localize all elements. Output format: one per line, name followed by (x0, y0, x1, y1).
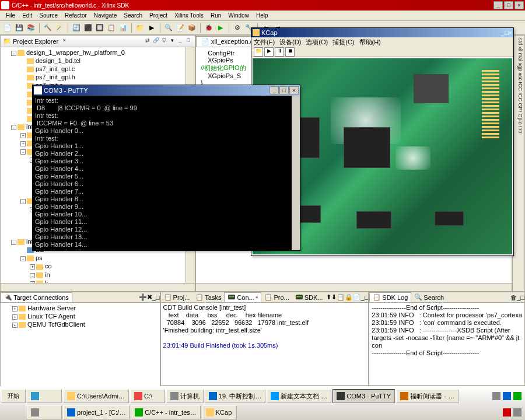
kcap-menu-item[interactable]: 设备(D) (279, 38, 301, 47)
kcap-close-button[interactable]: × (509, 29, 512, 36)
tb-btn-7[interactable]: 📁 (135, 23, 145, 33)
tree-hscroll[interactable] (1, 283, 195, 291)
start-button[interactable]: 开始 (1, 389, 26, 403)
taskbar-item[interactable]: COM3 - PuTTY (332, 389, 395, 403)
con-btn2[interactable]: ⬇ (331, 293, 337, 301)
putty-terminal[interactable]: Intr test: D8 |8 ICCPMR = 0 @ line = 99I… (33, 96, 300, 250)
taskbar-item[interactable]: 福昕阅读器 - … (396, 389, 459, 403)
pe-min-button[interactable]: _ (176, 37, 184, 46)
menu-project[interactable]: Project (146, 12, 171, 19)
tb-btn-9[interactable]: 🔍 (163, 23, 174, 33)
kcap-tb-button-3[interactable]: ⏹ (285, 47, 295, 57)
tb-btn-11[interactable]: 📦 (187, 23, 197, 33)
taskbar-item[interactable]: C:\Users\Admi… (63, 389, 129, 403)
menu-file[interactable]: File (2, 12, 19, 19)
taskbar-item[interactable] (27, 405, 62, 419)
kcap-menu-item[interactable]: 捕捉(C) (332, 38, 354, 47)
kcap-title-bar[interactable]: KCap _ □ × (251, 28, 513, 37)
target-connections-tree[interactable]: +Hardware Server+Linux TCF Agent+QEMU Tc… (1, 303, 160, 393)
chip-button[interactable]: 🔲 (94, 23, 105, 33)
tc-remove-button[interactable]: ✖ (147, 293, 152, 301)
properties-tab[interactable]: 📋Pro... (261, 293, 292, 302)
taskbar-item[interactable]: project_1 - [C:/… (63, 405, 130, 419)
tree-item[interactable]: ps7_init_gpl.h (2, 73, 184, 81)
console-output[interactable]: CDT Build Console [intr_test] text data … (161, 303, 369, 385)
putty-min-button[interactable]: _ (270, 86, 279, 94)
menu-edit[interactable]: Edit (19, 12, 36, 19)
editor-tab[interactable]: 📄xil_exception.c (196, 36, 258, 47)
menu-window[interactable]: Window (225, 12, 253, 19)
putty-window[interactable]: COM3 - PuTTY _ □ × Intr test: D8 |8 ICCP… (32, 85, 300, 251)
tc-item[interactable]: +Hardware Server (3, 304, 158, 312)
tray-icon-1[interactable] (492, 392, 501, 400)
menu-help[interactable]: Help (253, 12, 272, 19)
new-button[interactable]: 📄 (2, 23, 13, 33)
target-connections-tab[interactable]: 🔌Target Connections (1, 292, 72, 302)
tree-item[interactable]: -design_1_wrapper_hw_platform_0 (2, 48, 184, 57)
tb-btn-10[interactable]: 📝 (175, 23, 186, 33)
kcap-menu-item[interactable]: 文件(F) (254, 38, 275, 47)
tree-item[interactable]: +co (2, 262, 184, 270)
kcap-tb-button-1[interactable]: ▶ (264, 47, 274, 57)
sdk-log-output[interactable]: ----------------End of Script-----------… (369, 303, 524, 385)
putty-max-button[interactable]: □ (279, 86, 289, 94)
tc-item[interactable]: +Linux TCF Agent (3, 312, 158, 320)
build-button[interactable]: 🔨 (43, 23, 53, 33)
refresh-button[interactable]: 🔄 (71, 23, 82, 33)
menu-run[interactable]: Run (207, 12, 225, 19)
pe-menu-button[interactable]: ▾ (168, 37, 176, 46)
menu-xilinx-tools[interactable]: Xilinx Tools (171, 12, 207, 19)
tc-max-button[interactable]: □ (156, 294, 160, 301)
sdk-log-tab[interactable]: 📋SDK Log (369, 292, 411, 302)
run-button[interactable]: ▶ (215, 23, 226, 33)
taskbar-item[interactable]: C/C++ - intr_tes… (131, 405, 201, 419)
menu-source[interactable]: Source (36, 12, 61, 19)
console-tab[interactable]: 📟Con...× (224, 292, 261, 302)
kcap-menu-item[interactable]: 帮助(H) (359, 38, 381, 47)
tray-icon-4[interactable] (503, 408, 511, 416)
tray-icon-3[interactable] (513, 392, 522, 400)
menu-search[interactable]: Search (120, 12, 146, 19)
tb-btn-8[interactable]: ▶ (146, 23, 157, 33)
pe-link-button[interactable]: 🔗 (152, 37, 160, 46)
kcap-tb-button-2[interactable]: ⏸ (275, 47, 284, 57)
pe-collapse-button[interactable]: ⇄ (144, 37, 152, 46)
pe-close-icon[interactable]: × (60, 37, 68, 46)
tc-item[interactable]: +QEMU TcfGdbClient (3, 320, 158, 328)
stop-button[interactable]: ⬛ (83, 23, 93, 33)
kcap-tb-button-0[interactable]: 📁 (254, 47, 263, 57)
tree-item[interactable]: ps7_init_gpl.c (2, 65, 184, 73)
putty-close-button[interactable]: × (289, 86, 299, 94)
editor-hscroll[interactable] (196, 283, 512, 291)
tree-item[interactable]: -in (2, 271, 184, 279)
log-clear-button[interactable]: 🗑 (510, 294, 517, 301)
tc-add-button[interactable]: ➕ (139, 293, 147, 301)
close-button[interactable]: × (514, 1, 524, 9)
putty-scrollbar[interactable] (292, 96, 300, 250)
save-button[interactable]: 💾 (14, 23, 24, 33)
save-all-button[interactable]: 📚 (26, 23, 36, 33)
debug-button[interactable]: 🐞 (204, 23, 214, 33)
kcap-max-button[interactable]: □ (505, 29, 509, 36)
pe-filter-button[interactable]: ▽ (160, 37, 168, 46)
taskbar-item[interactable]: 新建文本文档 … (267, 389, 331, 403)
taskbar-item[interactable]: 19. 中断控制… (205, 389, 265, 403)
minimize-button[interactable]: _ (494, 1, 503, 9)
tb-btn-6[interactable]: 📊 (118, 23, 128, 33)
con-btn1[interactable]: ⬆ (326, 293, 331, 301)
con-btn5[interactable]: 📄 (353, 293, 361, 301)
putty-title-bar[interactable]: COM3 - PuTTY _ □ × (33, 85, 300, 96)
maximize-button[interactable]: □ (504, 1, 513, 9)
projects-tab[interactable]: 📋Proj... (161, 293, 193, 302)
taskbar-item[interactable] (27, 389, 62, 403)
menu-navigate[interactable]: Navigate (90, 12, 120, 19)
log-max[interactable]: □ (520, 294, 524, 301)
sdk-terminal-tab[interactable]: 📟SDK... (292, 293, 326, 302)
taskbar-item[interactable]: C:\ (130, 389, 165, 403)
tree-item[interactable]: design_1_bd.tcl (2, 57, 184, 65)
search-tab[interactable]: 🔍Search (411, 293, 447, 302)
tree-item[interactable]: +li (2, 279, 184, 283)
tb-btn-14[interactable]: ⚙ (232, 23, 243, 33)
tree-item[interactable]: -ps (2, 254, 184, 262)
tb-btn-5[interactable]: 📋 (106, 23, 117, 33)
